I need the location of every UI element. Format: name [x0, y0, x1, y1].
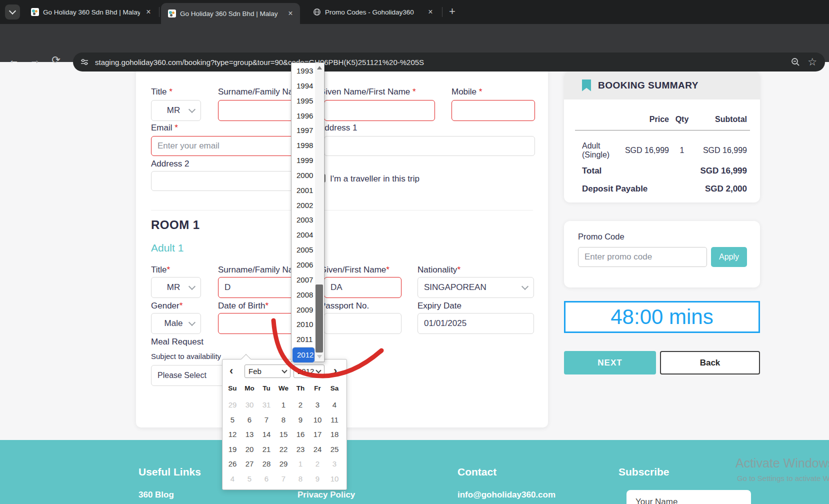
- contact-email-link[interactable]: info@goholiday360.com: [458, 490, 556, 500]
- calendar-day[interactable]: 1: [292, 456, 309, 472]
- year-option-2007[interactable]: 2007: [292, 272, 315, 288]
- year-option-2000[interactable]: 2000: [292, 168, 315, 183]
- calendar-day[interactable]: 7: [275, 472, 292, 486]
- year-option-2001[interactable]: 2001: [292, 183, 315, 198]
- year-option-1995[interactable]: 1995: [292, 94, 315, 108]
- calendar-day[interactable]: 29: [224, 398, 241, 412]
- year-option-1993[interactable]: 1993: [292, 64, 315, 78]
- year-option-1994[interactable]: 1994: [292, 78, 315, 94]
- calendar-day[interactable]: 24: [309, 442, 326, 457]
- year-option-2011[interactable]: 2011: [292, 332, 315, 347]
- calendar-day[interactable]: 5: [241, 472, 258, 486]
- browser-tab-2-active[interactable]: Go Holiday 360 Sdn Bhd | Malay ×: [161, 3, 300, 24]
- calendar-day[interactable]: 17: [309, 427, 326, 442]
- year-option-2008[interactable]: 2008: [292, 288, 315, 302]
- close-icon[interactable]: ×: [286, 9, 295, 18]
- bookmark-star-icon[interactable]: ☆: [808, 56, 817, 68]
- zoom-icon[interactable]: [790, 57, 800, 67]
- year-option-2005[interactable]: 2005: [292, 242, 315, 258]
- calendar-day[interactable]: 4: [224, 472, 241, 486]
- calendar-day[interactable]: 12: [224, 427, 241, 442]
- back-button[interactable]: Back: [660, 351, 760, 374]
- promo-code-input[interactable]: [578, 247, 707, 267]
- calendar-day[interactable]: 29: [275, 456, 292, 472]
- calendar-day[interactable]: 4: [326, 398, 343, 412]
- contact-email-input[interactable]: [151, 136, 314, 156]
- room-expiry-input[interactable]: [418, 313, 534, 334]
- calendar-day[interactable]: 2: [292, 398, 309, 412]
- contact-address1-input[interactable]: [324, 136, 535, 156]
- next-button[interactable]: NEXT: [564, 351, 656, 374]
- calendar-day[interactable]: 18: [326, 427, 343, 442]
- calendar-day[interactable]: 28: [258, 456, 275, 472]
- calendar-day[interactable]: 2: [309, 456, 326, 472]
- calendar-day[interactable]: 3: [309, 398, 326, 412]
- calendar-day[interactable]: 9: [309, 472, 326, 486]
- calendar-day[interactable]: 21: [258, 442, 275, 457]
- contact-mobile-input[interactable]: [452, 100, 535, 121]
- calendar-day[interactable]: 27: [241, 456, 258, 472]
- contact-address2-input[interactable]: [151, 171, 314, 191]
- calendar-day[interactable]: 3: [326, 456, 343, 472]
- year-option-2012[interactable]: 2012: [292, 347, 315, 363]
- calendar-day[interactable]: 22: [275, 442, 292, 457]
- year-option-1997[interactable]: 1997: [292, 123, 315, 138]
- calendar-day[interactable]: 10: [326, 472, 343, 486]
- back-icon[interactable]: ←: [7, 54, 21, 66]
- site-info-icon[interactable]: [80, 58, 89, 66]
- close-icon[interactable]: ×: [426, 8, 435, 16]
- calendar-day[interactable]: 16: [292, 427, 309, 442]
- forward-icon[interactable]: →: [28, 54, 42, 66]
- privacy-policy-link[interactable]: Privacy Policy: [298, 490, 355, 500]
- calendar-day[interactable]: 11: [326, 412, 343, 428]
- calendar-day[interactable]: 14: [258, 427, 275, 442]
- year-option-2002[interactable]: 2002: [292, 198, 315, 213]
- calendar-day[interactable]: 30: [241, 398, 258, 412]
- calendar-day[interactable]: 5: [224, 412, 241, 428]
- calendar-month-select[interactable]: Feb: [244, 364, 290, 378]
- dropdown-scrollbar[interactable]: [315, 64, 324, 361]
- calendar-day[interactable]: 8: [292, 472, 309, 486]
- room-given-name-input[interactable]: [324, 277, 402, 298]
- calendar-day[interactable]: 9: [292, 412, 309, 428]
- blog-link[interactable]: 360 Blog: [138, 490, 174, 500]
- room-nationality-select[interactable]: SINGAPOREAN: [418, 277, 534, 298]
- year-option-2009[interactable]: 2009: [292, 302, 315, 318]
- year-option-1999[interactable]: 1999: [292, 153, 315, 168]
- room-gender-select[interactable]: Male: [151, 313, 201, 334]
- calendar-day[interactable]: 19: [224, 442, 241, 457]
- scrollbar-thumb[interactable]: [316, 284, 323, 352]
- new-tab-button[interactable]: +: [449, 5, 456, 18]
- room-passport-input[interactable]: [324, 313, 402, 334]
- calendar-day[interactable]: 6: [241, 412, 258, 428]
- browser-tab-1[interactable]: Go Holiday 360 Sdn Bhd | Malay ×: [24, 0, 158, 24]
- year-option-2004[interactable]: 2004: [292, 228, 315, 242]
- browser-tab-3[interactable]: Promo Codes - Goholiday360 ×: [306, 0, 440, 24]
- calendar-year-select[interactable]: 2012: [294, 364, 324, 378]
- room-title-select[interactable]: MR: [151, 277, 201, 298]
- calendar-day[interactable]: 6: [258, 472, 275, 486]
- year-option-1998[interactable]: 1998: [292, 138, 315, 153]
- calendar-day[interactable]: 26: [224, 456, 241, 472]
- calendar-day[interactable]: 15: [275, 427, 292, 442]
- close-icon[interactable]: ×: [144, 8, 153, 16]
- calendar-day[interactable]: 31: [258, 398, 275, 412]
- url-bar[interactable]: staging.goholiday360.com/booking?type=gr…: [73, 52, 825, 72]
- calendar-prev-icon[interactable]: ‹: [230, 364, 233, 378]
- year-option-2010[interactable]: 2010: [292, 317, 315, 332]
- apply-button[interactable]: Apply: [711, 247, 747, 267]
- tab-search-button[interactable]: [5, 4, 20, 20]
- contact-title-select[interactable]: MR: [151, 100, 201, 121]
- scroll-up-icon[interactable]: [315, 64, 324, 72]
- year-option-2006[interactable]: 2006: [292, 258, 315, 272]
- calendar-day[interactable]: 8: [275, 412, 292, 428]
- calendar-day[interactable]: 20: [241, 442, 258, 457]
- calendar-day[interactable]: 7: [258, 412, 275, 428]
- calendar-day[interactable]: 23: [292, 442, 309, 457]
- subscribe-name-input[interactable]: Your Name: [626, 490, 751, 504]
- calendar-day[interactable]: 25: [326, 442, 343, 457]
- calendar-day[interactable]: 10: [309, 412, 326, 428]
- calendar-next-icon[interactable]: ›: [334, 364, 337, 378]
- reload-icon[interactable]: ⟳: [49, 54, 63, 66]
- scroll-down-icon[interactable]: [315, 352, 324, 361]
